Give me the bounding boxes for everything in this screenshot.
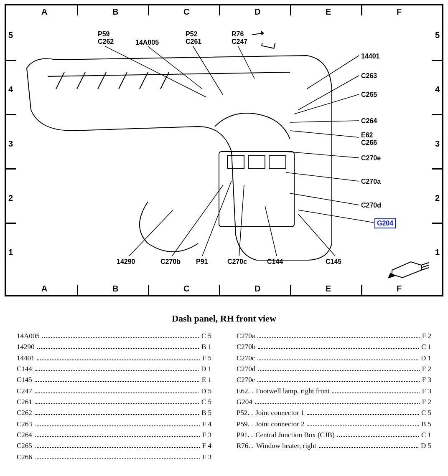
legend-location: D 1 [421,353,431,364]
callout-label: C270c [227,258,247,266]
legend-dots [258,348,419,349]
grid-row-4-l: 4 [8,85,13,94]
legend-location: F 4 [202,441,211,451]
svg-line-28 [421,265,429,268]
legend-row: C261C 5 [17,397,211,408]
legend-dots [257,337,419,338]
grid-col-b-top: B [112,7,118,17]
legend-id: C247 [17,386,32,397]
legend-location: B 1 [201,342,211,352]
grid-col-d-bot: D [255,284,260,294]
legend-dots [307,414,419,415]
diagram-title: Dash panel, RH front view [4,313,444,324]
grid-tick [290,5,291,15]
callout-label: C144 [267,258,283,266]
legend-id: C270b [237,342,255,352]
legend-location: F 3 [422,386,431,397]
grid-tick [432,223,442,224]
legend-id: C270c [237,353,255,364]
legend-dots [35,381,199,382]
grid-tick [361,285,362,295]
grid-tick [6,114,16,115]
grid-col-b-bot: B [112,284,118,294]
legend-desc: Central Junction Box (CJB) [255,430,334,441]
svg-line-16 [286,152,359,158]
legend-id: R76 [237,441,248,451]
connector-orientation-icon [388,253,430,279]
legend-dots [35,370,199,371]
legend-row: C263F 4 [17,419,211,430]
grid-row-5-r: 5 [435,30,440,40]
svg-line-11 [307,56,359,89]
legend-row: C262B 5 [17,408,211,418]
legend-dots [35,403,199,404]
legend-id: C270e [237,375,255,385]
legend-row: 14290B 1 [17,342,211,352]
legend-location: F 2 [422,397,431,408]
grid-tick [290,285,291,295]
grid-col-a-bot: A [41,284,47,294]
svg-line-12 [298,76,359,110]
legend-id: C262 [17,408,32,418]
legend-location: C 5 [201,331,211,342]
callout-label: C270a [361,178,381,185]
legend-location: F 3 [202,452,211,463]
grid-col-a-top: A [41,7,47,17]
svg-line-23 [239,185,244,256]
legend-location: F 4 [202,419,211,430]
legend-dots [42,337,199,338]
grid-tick [219,285,220,295]
svg-line-14 [290,121,359,122]
legend-row: R76 . . Window heater, rightD 5 [237,441,431,451]
legend-id: C265 [17,441,32,451]
grid-col-e-top: E [326,7,331,17]
legend-desc: Window heater, right [256,441,316,451]
legend-id: C144 [17,364,32,375]
svg-line-15 [290,131,359,137]
grid-tick [361,5,362,15]
grid-row-3-l: 3 [8,139,13,149]
grid-tick [432,168,442,170]
legend-location: F 3 [422,375,431,385]
legend-dots: . . [247,430,253,441]
legend-id: 14401 [17,353,35,364]
legend-row: C144D 1 [17,364,211,375]
svg-line-29 [421,268,429,270]
svg-line-9 [193,46,223,95]
legend-location: C 1 [421,430,431,441]
svg-line-25 [298,214,335,256]
svg-line-18 [290,193,359,205]
legend-dots [257,381,419,382]
svg-line-13 [294,94,359,114]
callout-label: C270d [361,202,381,209]
legend-dots [35,392,199,393]
legend-table: 14A005C 514290B 114401F 5C144D 1C145E 1C… [4,331,444,463]
legend-id: P59 [237,419,247,430]
grid-tick [77,5,78,15]
legend-row: E62 . . Footwell lamp, right frontF 3 [237,386,431,397]
legend-row: C270bC 1 [237,342,431,352]
legend-row: C145E 1 [17,375,211,385]
legend-dots [319,447,418,448]
legend-dots [35,425,200,426]
legend-id: C264 [17,430,32,441]
callout-label: C264 [361,117,377,125]
legend-location: B 5 [201,408,211,418]
legend-location: D 5 [201,386,211,397]
legend-location: F 5 [202,353,211,364]
legend-dots [35,414,199,415]
highlighted-callout-g204[interactable]: G204 [374,218,396,228]
legend-dots [255,403,420,404]
legend-location: C 5 [201,397,211,408]
legend-id: C270a [237,331,255,342]
legend-row: C247D 5 [17,386,211,397]
legend-location: C 5 [421,408,431,418]
legend-dots [332,392,420,393]
legend-row: C266F 3 [17,452,211,463]
svg-line-8 [148,46,202,89]
legend-row: G204F 2 [237,397,431,408]
legend-row: P52 . . Joint connector 1C 5 [237,408,431,418]
legend-desc: Joint connector 1 [255,408,304,418]
svg-line-19 [298,210,374,223]
legend-row: 14401F 5 [17,353,211,364]
